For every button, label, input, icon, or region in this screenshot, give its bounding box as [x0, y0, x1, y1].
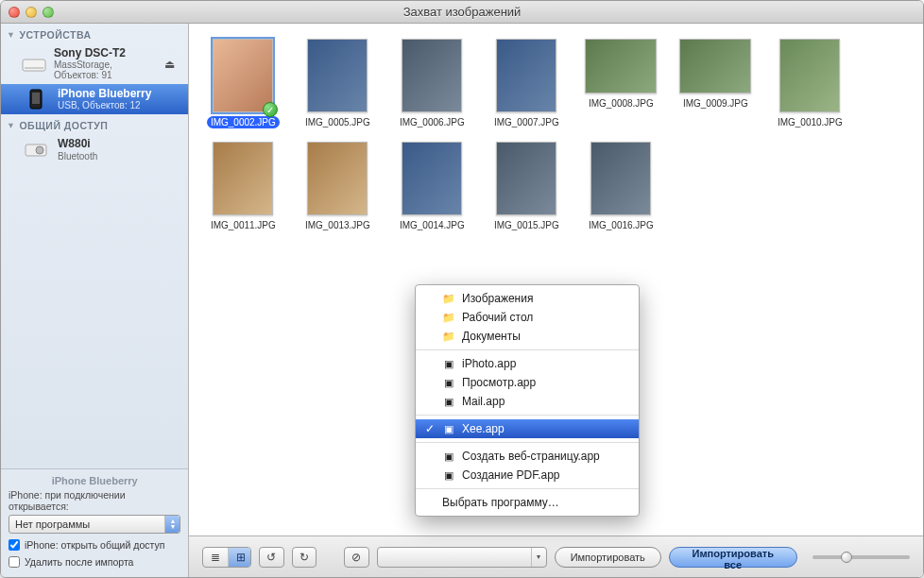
delete-checkbox[interactable]: [9, 556, 20, 568]
popup-menu-item[interactable]: Выбрать программу…: [416, 493, 639, 512]
share-checkbox-row[interactable]: iPhone: открыть общий доступ: [9, 539, 180, 551]
thumbnail-filename: IMG_0009.JPG: [679, 97, 752, 110]
thumbnail-filename: IMG_0006.JPG: [396, 116, 469, 128]
thumbnail-cell[interactable]: IMG_0016.JPG: [584, 142, 658, 231]
thumbnail-filename: IMG_0015.JPG: [490, 219, 563, 231]
device-sub: USB, Объектов: 12: [58, 100, 151, 110]
app-icon: ▣: [442, 395, 455, 408]
titlebar: Захват изображений: [1, 1, 923, 24]
popup-menu-item[interactable]: ▣Создание PDF.app: [416, 466, 639, 484]
window-title: Захват изображений: [1, 5, 923, 19]
svg-rect-1: [25, 67, 43, 69]
destination-popup-menu: 📁Изображения📁Рабочий стол📁Документы▣iPho…: [415, 284, 640, 517]
hdd-icon: [22, 54, 46, 75]
view-mode-segment: ≣ ⊞: [202, 547, 251, 568]
open-on-connect-label: iPhone: при подключении открывается:: [9, 489, 180, 512]
popup-menu-item[interactable]: 📁Документы: [416, 327, 639, 346]
popup-item-label: Создать веб-страницу.app: [462, 450, 600, 463]
svg-rect-0: [23, 60, 45, 71]
delete-button[interactable]: ⊘: [344, 547, 368, 568]
device-item-sony[interactable]: Sony DSC-T2 MassStorage, Объектов: 91 ⏏: [1, 43, 188, 84]
icon-view-button[interactable]: ⊞: [229, 548, 251, 567]
share-checkbox[interactable]: [9, 539, 20, 551]
popup-menu-item[interactable]: ▣Mail.app: [416, 392, 639, 411]
thumbnail-cell[interactable]: IMG_0009.JPG: [678, 39, 752, 128]
list-view-button[interactable]: ≣: [203, 548, 229, 567]
import-all-button[interactable]: Импортировать все: [669, 547, 797, 568]
delete-label: Удалить после импорта: [25, 556, 133, 568]
thumbnail-image: [590, 142, 651, 215]
popup-menu-item[interactable]: ▣Создать веб-страницу.app: [416, 447, 639, 466]
import-button-label: Импортировать: [571, 552, 645, 563]
app-icon: ▣: [442, 357, 455, 370]
thumbnail-filename: IMG_0010.JPG: [774, 116, 847, 128]
sidebar-bottom-panel: iPhone Blueberry iPhone: при подключении…: [1, 468, 188, 577]
shared-header-label: ОБЩИЙ ДОСТУП: [19, 120, 108, 131]
slider-knob[interactable]: [841, 552, 852, 563]
thumbnail-cell[interactable]: IMG_0005.JPG: [300, 39, 374, 128]
popup-item-label: Просмотр.app: [462, 376, 536, 389]
rotate-ccw-button[interactable]: ↺: [259, 547, 283, 568]
camera-icon: [22, 139, 50, 160]
popup-item-label: Mail.app: [462, 395, 505, 408]
connected-device-title: iPhone Blueberry: [9, 475, 180, 486]
shared-header[interactable]: ▼ ОБЩИЙ ДОСТУП: [1, 114, 188, 134]
disclosure-triangle-icon[interactable]: ▼: [7, 30, 15, 40]
thumbnail-cell[interactable]: IMG_0015.JPG: [489, 142, 563, 231]
thumbnail-cell[interactable]: IMG_0010.JPG: [773, 39, 847, 128]
sidebar-list: ▼ УСТРОЙСТВА Sony DSC-T2 MassStorage, Об…: [1, 24, 188, 468]
thumbnail-image: [779, 39, 840, 112]
popup-menu-item[interactable]: 📁Рабочий стол: [416, 308, 639, 327]
shared-item-w880i[interactable]: W880i Bluetooth: [1, 134, 188, 164]
thumbnail-cell[interactable]: IMG_0006.JPG: [395, 39, 469, 128]
thumbnail-filename: IMG_0007.JPG: [490, 116, 563, 128]
checkmark-icon: ✓: [425, 422, 435, 435]
popup-item-label: Изображения: [462, 292, 533, 305]
import-destination-dropdown[interactable]: ▾: [377, 547, 547, 568]
devices-header-label: УСТРОЙСТВА: [19, 29, 91, 41]
device-name: Sony DSC-T2: [54, 47, 157, 60]
devices-header[interactable]: ▼ УСТРОЙСТВА: [1, 24, 188, 43]
popup-item-label: Документы: [462, 330, 521, 343]
svg-point-5: [36, 146, 43, 154]
app-icon: ▣: [442, 422, 455, 435]
thumbnail-cell[interactable]: IMG_0007.JPG: [489, 39, 563, 128]
thumbnail-image: [679, 39, 751, 94]
thumbnail-cell[interactable]: IMG_0011.JPG: [206, 142, 280, 231]
thumbnail-cell[interactable]: IMG_0008.JPG: [584, 39, 658, 128]
rotate-cw-button[interactable]: ↻: [292, 547, 317, 568]
thumbnail-image: [496, 142, 556, 215]
popup-item-label: Рабочий стол: [462, 311, 533, 324]
app-icon: ▣: [442, 450, 455, 463]
thumbnail-filename: IMG_0002.JPG: [207, 116, 280, 128]
device-sub: MassStorage, Объектов: 91: [54, 60, 157, 80]
popup-menu-item[interactable]: ▣iPhoto.app: [416, 354, 639, 373]
eject-icon[interactable]: ⏏: [164, 58, 175, 71]
thumbnail-image: [307, 39, 368, 112]
slider-track: [813, 555, 910, 559]
thumbnail-image: [585, 39, 657, 94]
app-icon: ▣: [442, 468, 455, 482]
device-item-iphone[interactable]: iPhone Blueberry USB, Объектов: 12: [1, 84, 188, 114]
select-value: Нет программы: [15, 518, 90, 530]
popup-item-label: Создание PDF.app: [462, 468, 559, 482]
thumbnail-size-slider[interactable]: [813, 552, 910, 563]
thumbnail-cell[interactable]: ✓IMG_0002.JPG: [206, 39, 280, 128]
popup-menu-item[interactable]: 📁Изображения: [416, 289, 639, 308]
delete-checkbox-row[interactable]: Удалить после импорта: [9, 556, 180, 568]
thumbnail-image: [402, 142, 462, 215]
popup-item-label: iPhoto.app: [462, 357, 516, 370]
import-button[interactable]: Импортировать: [555, 547, 661, 568]
iphone-icon: [22, 89, 50, 110]
open-on-connect-select[interactable]: Нет программы ▲▼: [9, 515, 180, 534]
app-window: Захват изображений ▼ УСТРОЙСТВА Sony DSC…: [0, 0, 924, 578]
disclosure-triangle-icon[interactable]: ▼: [7, 121, 15, 130]
import-all-button-label: Импортировать все: [692, 548, 773, 570]
thumbnail-cell[interactable]: IMG_0013.JPG: [300, 142, 374, 231]
thumbnail-cell[interactable]: IMG_0014.JPG: [395, 142, 469, 231]
popup-item-label: Выбрать программу…: [442, 496, 559, 509]
thumbnail-filename: IMG_0011.JPG: [207, 219, 280, 231]
popup-menu-item[interactable]: ✓▣Xee.app: [416, 419, 639, 438]
checkmark-badge-icon: ✓: [263, 102, 278, 117]
popup-menu-item[interactable]: ▣Просмотр.app: [416, 373, 639, 392]
